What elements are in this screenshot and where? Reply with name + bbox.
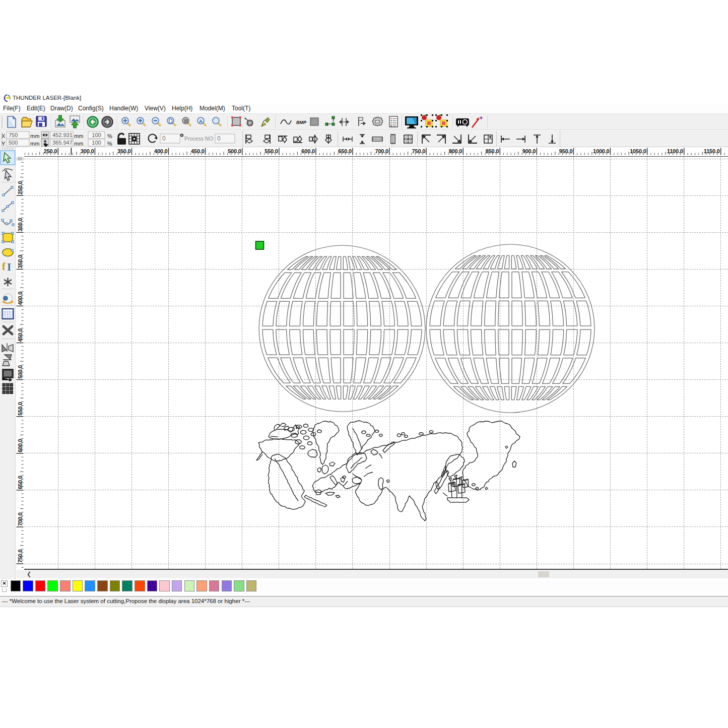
svg-text:250.0: 250.0 (17, 181, 23, 195)
svg-text:100: 100 (92, 140, 101, 146)
svg-text:400.0: 400.0 (154, 148, 168, 154)
svg-text:600.0: 600.0 (301, 148, 315, 154)
svg-text:I: I (7, 261, 11, 273)
svg-text:mm: mm (30, 133, 39, 139)
svg-text:550.0: 550.0 (264, 148, 278, 154)
svg-text:mm: mm (30, 141, 39, 147)
svg-text:650.0: 650.0 (338, 148, 352, 154)
svg-text:300.0: 300.0 (81, 148, 94, 154)
svg-text:800.0: 800.0 (449, 148, 462, 154)
svg-text:X: X (2, 133, 6, 139)
svg-text:%: % (107, 141, 112, 147)
svg-text:850.0: 850.0 (486, 148, 499, 154)
svg-text:Process NO:: Process NO: (184, 136, 215, 142)
svg-text:250.0: 250.0 (44, 148, 57, 154)
svg-text:%: % (107, 133, 112, 139)
svg-text:400.0: 400.0 (17, 292, 23, 305)
svg-text:0: 0 (162, 135, 166, 142)
svg-text:1000.0: 1000.0 (593, 148, 610, 154)
svg-text:1050.0: 1050.0 (630, 148, 646, 154)
svg-text:A: A (199, 119, 203, 124)
svg-text:365.947: 365.947 (52, 140, 73, 146)
svg-text:550.0: 550.0 (17, 402, 23, 416)
svg-text:350.0: 350.0 (117, 148, 131, 154)
svg-text:650.0: 650.0 (17, 476, 23, 489)
svg-text:600.0: 600.0 (17, 439, 23, 452)
svg-text:1150.0: 1150.0 (704, 148, 720, 154)
svg-text:950.0: 950.0 (559, 148, 573, 154)
svg-text:500.0: 500.0 (228, 148, 241, 154)
svg-text:750.0: 750.0 (412, 148, 426, 154)
svg-text:500.0: 500.0 (17, 365, 23, 379)
svg-text:1100.0: 1100.0 (667, 148, 683, 154)
svg-text:f: f (2, 261, 6, 272)
svg-text:0: 0 (217, 135, 221, 142)
svg-text:750: 750 (9, 132, 18, 138)
svg-text:350.0: 350.0 (17, 255, 23, 269)
svg-text:750.0: 750.0 (17, 549, 23, 563)
svg-text:Y: Y (2, 141, 6, 147)
svg-text:450.0: 450.0 (191, 148, 205, 154)
svg-text:mm: mm (74, 133, 83, 139)
svg-text:700.0: 700.0 (17, 512, 23, 526)
svg-text:300.0: 300.0 (17, 218, 23, 232)
svg-text:mm: mm (74, 141, 83, 147)
svg-text:900.0: 900.0 (522, 148, 536, 154)
svg-text:500: 500 (9, 140, 18, 146)
svg-text:450.0: 450.0 (17, 328, 23, 342)
svg-text:700.0: 700.0 (375, 148, 388, 154)
svg-text:100: 100 (92, 132, 101, 138)
svg-text:452.931: 452.931 (52, 132, 73, 138)
svg-text:BMP: BMP (296, 120, 307, 125)
